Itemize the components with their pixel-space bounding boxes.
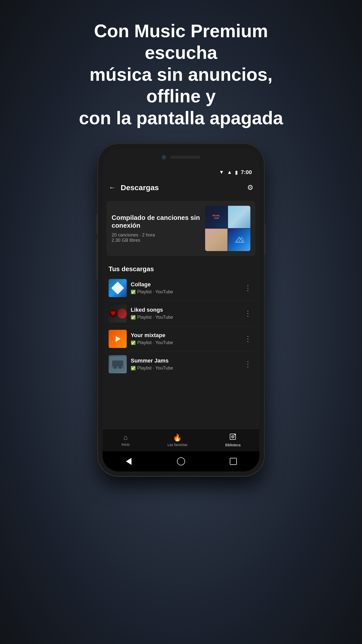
more-button-summer-jams[interactable]: ⋮	[242, 358, 253, 370]
more-button-mixtape[interactable]: ⋮	[242, 333, 253, 345]
app-content: Compilado de canciones sin conexión 20 c…	[103, 197, 259, 429]
svg-rect-8	[112, 366, 124, 368]
app-header: ← Descargas ⚙	[103, 179, 259, 197]
svg-text:♪: ♪	[235, 434, 236, 435]
page-headline: Con Music Premium escucha música sin anu…	[68, 20, 294, 129]
more-button-liked-songs[interactable]: ⋮	[242, 307, 253, 319]
home-icon: ⌂	[123, 433, 128, 441]
list-item[interactable]: Your mixtape ✅ Playlist · YouTube ⋮	[103, 326, 259, 351]
offline-title: Compilado de canciones sin conexión	[112, 214, 201, 229]
phone-screen: ▼ ▲ ▮ 7:00 ← Descargas ⚙ Compilado de ca…	[103, 148, 259, 471]
downloads-section-title: Tus descargas	[109, 265, 253, 273]
play-icon-svg	[113, 334, 122, 343]
library-icon-svg: ♪	[229, 433, 236, 440]
songs-count: 20 canciones	[112, 232, 138, 237]
mixtape-meta-text: Playlist · YouTube	[137, 340, 173, 345]
camera-dot	[162, 155, 166, 159]
svg-point-10	[119, 367, 121, 368]
android-back-button[interactable]	[123, 455, 135, 467]
mixtape-thumbnail	[109, 330, 127, 348]
settings-button[interactable]: ⚙	[247, 183, 253, 192]
more-button-collage[interactable]: ⋮	[242, 282, 253, 294]
library-icon: ♪	[229, 433, 236, 442]
offline-compilation-card[interactable]: Compilado de canciones sin conexión 20 c…	[107, 201, 255, 256]
summer-jams-info: Summer Jams ✅ Playlist · YouTube	[131, 357, 238, 371]
offline-storage: 2.30 GB libres	[112, 238, 201, 243]
summer-jams-meta-text: Playlist · YouTube	[137, 366, 173, 371]
offline-card-text: Compilado de canciones sin conexión 20 c…	[112, 214, 201, 243]
offline-separator: ·	[140, 232, 142, 237]
status-time: 7:00	[241, 169, 252, 176]
summer-jams-meta: ✅ Playlist · YouTube	[131, 366, 238, 371]
liked-songs-info: Liked songs ✅ Playlist · YouTube	[131, 307, 238, 320]
headline-line1: Con Music Premium escucha	[94, 21, 268, 63]
liked-songs-name: Liked songs	[131, 307, 238, 313]
collage-meta: ✅ Playlist · YouTube	[131, 289, 238, 295]
android-home-button[interactable]	[175, 455, 187, 467]
liked-songs-meta: ✅ Playlist · YouTube	[131, 315, 238, 320]
list-item[interactable]: Summer Jams ✅ Playlist · YouTube ⋮	[103, 352, 259, 377]
album-thumb-pearljam: PEARLJAM	[205, 206, 228, 228]
collage-info: Collage ✅ Playlist · YouTube	[131, 281, 238, 295]
bottom-nav: ⌂ Inicio 🔥 Las favoritas ♪ Bibliote	[103, 429, 259, 451]
nav-item-biblioteca[interactable]: ♪ Biblioteca	[225, 433, 241, 447]
summer-jams-name: Summer Jams	[131, 357, 238, 364]
collage-meta-text: Playlist · YouTube	[137, 289, 173, 295]
liked-songs-svg	[109, 308, 118, 318]
mixtape-name: Your mixtape	[131, 332, 238, 339]
nav-label-inicio: Inicio	[121, 442, 130, 447]
collage-thumbnail	[109, 279, 127, 297]
headline-line2: música sin anuncios, offline y	[89, 64, 273, 106]
album-thumb-geometric	[228, 229, 250, 251]
geometric-logo-svg	[234, 236, 244, 244]
offline-duration: 2 hora	[142, 232, 155, 237]
status-bar: ▼ ▲ ▮ 7:00	[103, 166, 259, 179]
nav-label-biblioteca: Biblioteca	[225, 443, 241, 447]
headline-line3: con la pantalla apagada	[79, 108, 283, 128]
liked-songs-meta-text: Playlist · YouTube	[137, 315, 173, 320]
album-grid: PEARLJAM	[205, 206, 250, 251]
verified-icon: ✅	[131, 315, 136, 320]
signal-icon: ▲	[227, 169, 232, 175]
verified-icon: ✅	[131, 340, 136, 345]
diamond-icon	[111, 281, 124, 294]
summer-jams-svg	[110, 357, 125, 372]
verified-icon: ✅	[131, 290, 136, 294]
summer-jams-thumbnail	[109, 355, 127, 373]
verified-icon: ✅	[131, 366, 136, 371]
svg-point-13	[232, 436, 233, 437]
mixtape-info: Your mixtape ✅ Playlist · YouTube	[131, 332, 238, 345]
speaker-grill	[170, 156, 200, 159]
page-title: Descargas	[121, 183, 242, 192]
recents-square-icon	[230, 458, 237, 465]
battery-icon: ▮	[235, 169, 238, 175]
collage-name: Collage	[131, 281, 238, 288]
nav-item-inicio[interactable]: ⌂ Inicio	[121, 433, 130, 447]
list-item[interactable]: Collage ✅ Playlist · YouTube ⋮	[103, 275, 259, 301]
mixtape-meta: ✅ Playlist · YouTube	[131, 340, 238, 345]
album-thumb-portrait	[205, 229, 228, 251]
fire-icon: 🔥	[173, 433, 182, 442]
svg-point-9	[114, 367, 116, 368]
offline-meta: 20 canciones · 2 hora	[112, 232, 201, 238]
list-item[interactable]: Liked songs ✅ Playlist · YouTube ⋮	[103, 301, 259, 326]
back-chevron-icon	[126, 458, 131, 465]
downloads-section-header: Tus descargas	[103, 260, 259, 275]
phone-top-bar	[103, 148, 259, 166]
back-button[interactable]: ←	[109, 184, 116, 192]
pearl-jam-text: PEARLJAM	[212, 214, 220, 219]
liked-songs-thumbnail	[109, 304, 127, 323]
svg-marker-3	[116, 336, 121, 342]
nav-label-favoritas: Las favoritas	[167, 443, 187, 447]
home-circle-icon	[177, 457, 185, 465]
album-thumb-sky	[228, 206, 250, 228]
nav-item-favoritas[interactable]: 🔥 Las favoritas	[167, 433, 187, 447]
wifi-icon: ▼	[219, 169, 224, 175]
android-nav-bar	[103, 451, 259, 471]
phone-frame: ▼ ▲ ▮ 7:00 ← Descargas ⚙ Compilado de ca…	[98, 144, 264, 476]
android-recents-button[interactable]	[227, 455, 239, 467]
